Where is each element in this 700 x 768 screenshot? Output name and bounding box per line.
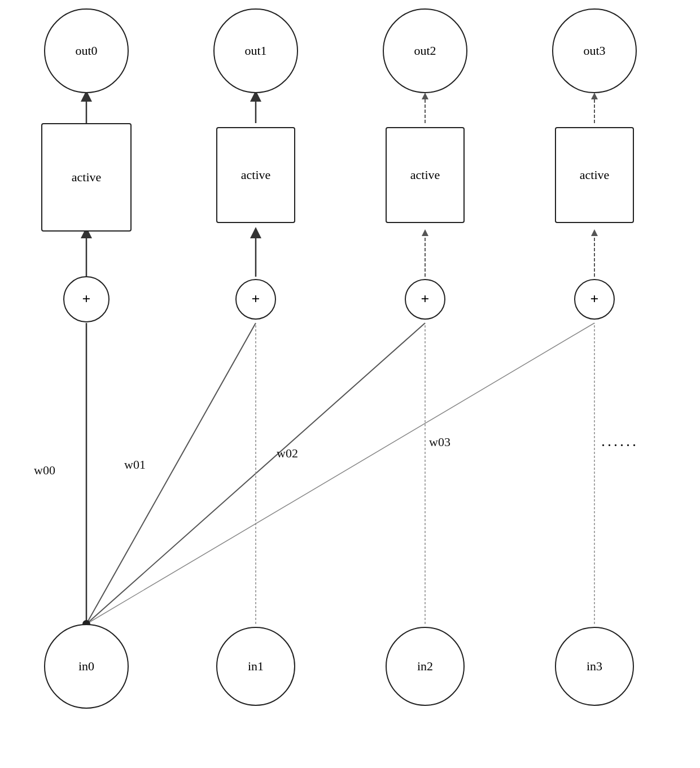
sum0-node: + [63, 276, 110, 322]
sum2-label: + [421, 291, 430, 308]
active3-node: active [555, 127, 634, 223]
active1-node: active [216, 127, 295, 223]
sum0-label: + [82, 291, 91, 308]
active0-label: active [72, 170, 102, 185]
sum1-label: + [252, 291, 260, 308]
continuation-dots: ...... [601, 432, 638, 450]
svg-line-10 [86, 323, 425, 624]
out3-label: out3 [583, 43, 605, 58]
sum3-node: + [574, 279, 615, 320]
svg-line-11 [86, 323, 594, 624]
in2-label: in2 [417, 659, 433, 674]
out0-label: out0 [75, 43, 97, 58]
sum3-label: + [590, 291, 599, 308]
out2-node: out2 [383, 8, 467, 93]
out1-node: out1 [213, 8, 298, 93]
out3-node: out3 [552, 8, 637, 93]
weight-w00-label: w00 [34, 463, 55, 478]
svg-line-9 [86, 323, 256, 624]
in3-label: in3 [587, 659, 602, 674]
in0-label: in0 [78, 659, 94, 674]
in2-node: in2 [386, 627, 465, 706]
sum1-node: + [235, 279, 276, 320]
in0-node: in0 [44, 624, 129, 709]
neural-network-diagram: out0 out1 out2 out3 active active active… [0, 0, 700, 768]
out1-label: out1 [244, 43, 266, 58]
active1-label: active [241, 168, 271, 182]
in1-label: in1 [248, 659, 264, 674]
active2-node: active [386, 127, 465, 223]
in1-node: in1 [216, 627, 295, 706]
weight-w02-label: w02 [277, 446, 298, 461]
weight-w01-label: w01 [124, 457, 146, 472]
out0-node: out0 [44, 8, 129, 93]
sum2-node: + [405, 279, 445, 320]
out2-label: out2 [414, 43, 436, 58]
weight-w03-label: w03 [429, 435, 450, 450]
active3-label: active [580, 168, 610, 182]
active2-label: active [410, 168, 440, 182]
active0-node: active [41, 123, 132, 232]
in3-node: in3 [555, 627, 634, 706]
